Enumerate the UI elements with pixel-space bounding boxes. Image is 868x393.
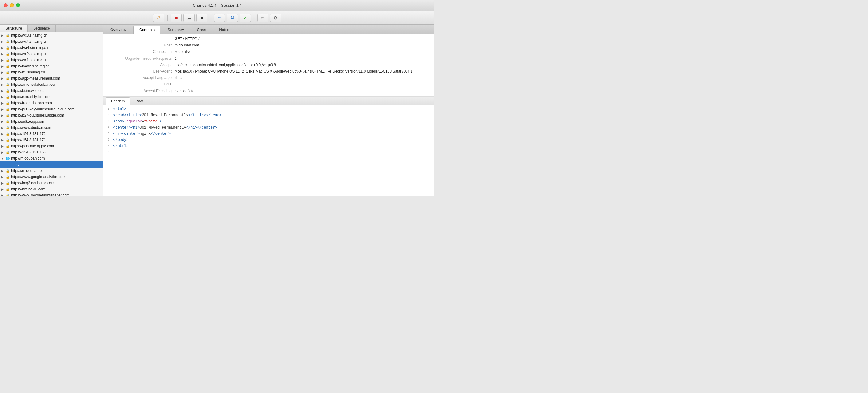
item-url: http://m.douban.com [11,156,44,160]
lock-icon: 🔒 [5,107,10,111]
header-value-upgrade: 1 [175,56,177,61]
list-item[interactable]: ▶ 🔒 https://www.google-analytics.com [0,174,103,180]
expand-icon: ▶ [1,181,5,185]
header-key-accept: Accept [107,62,175,68]
lock-icon: 🔒 [5,175,10,179]
list-item[interactable]: ▶ 🔒 https://frodo.douban.com [0,100,103,106]
list-item[interactable]: ▶ 🔒 https://154.8.131.171 [0,137,103,143]
list-item[interactable]: ▶ 🔒 https://www.googletagmanager.com [0,192,103,196]
item-url: https://tvax2.sinaimg.cn [11,64,50,68]
lock-icon: 🔒 [5,138,10,142]
item-url: https://pancake.apple.com [11,144,54,148]
lock-icon: 🔒 [5,39,10,44]
check-button[interactable]: ✓ [240,13,251,22]
list-item[interactable]: ▶ 🔒 https://e.crashlytics.com [0,94,103,100]
arrow-icon: ↪ [13,162,17,167]
line-number: 8 [103,149,113,155]
list-item[interactable]: ▶ 🔒 https://app-measurement.com [0,75,103,82]
item-url: / [19,162,19,167]
tools-button[interactable]: ✂ [257,13,268,22]
list-item[interactable]: ▶ 🔒 https://h5.sinaimg.cn [0,69,103,75]
list-item[interactable]: ▶ 🔒 https://wx3.sinaimg.cn [0,32,103,38]
content-tabs: Overview Contents Summary Chart Notes [103,25,434,34]
list-item[interactable]: ▶ 🔒 https://sdk.e.qq.com [0,118,103,125]
tab-structure[interactable]: Structure [0,25,28,32]
code-line: 7 </html> [103,143,434,149]
pen-button[interactable]: ✏ [214,13,225,22]
tab-summary[interactable]: Summary [162,26,190,33]
list-item[interactable]: ▶ 🔒 https://bi.im.weibo.cn [0,88,103,94]
header-key-acceptlang: Accept-Language [107,75,175,81]
list-item[interactable]: ▶ 🔒 https://154.8.131.165 [0,149,103,155]
list-item[interactable]: ▶ 🔒 https://tvax2.sinaimg.cn [0,63,103,69]
tab-notes[interactable]: Notes [213,26,235,33]
line-number: 3 [103,119,113,124]
item-url: https://app-measurement.com [11,76,60,81]
arrow-tool-button[interactable]: ↗ [153,13,164,22]
lock-icon: 🔒 [5,144,10,148]
line-number: 5 [103,131,113,137]
toolbar-separator-3 [254,15,254,21]
list-item[interactable]: ▶ 🔒 https://wx4.sinaimg.cn [0,38,103,44]
lock-icon: 🔒 [5,193,10,196]
tab-sequence[interactable]: Sequence [28,25,56,32]
item-url: https://154.8.131.165 [11,150,46,154]
list-item[interactable]: ▶ 🔒 https://wx2.sinaimg.cn [0,51,103,57]
content-panel: Overview Contents Summary Chart Notes GE… [103,25,434,196]
header-connection-row: Connection keep-alive [103,49,434,55]
expand-icon: ▶ [1,71,5,74]
code-area[interactable]: 1 <html> 2 <head><title>301 Moved Perman… [103,105,434,196]
main-layout: Structure Sequence ▶ 🔒 https://wx3.sinai… [0,25,434,196]
item-url: https://tva4.sinaimg.cn [11,46,48,50]
expand-icon: ▶ [1,126,5,129]
header-value-useragent: Mozilla/5.0 (iPhone; CPU iPhone OS 11_2_… [175,68,412,74]
maximize-button[interactable] [16,3,20,7]
close-button[interactable] [4,3,8,7]
list-item[interactable]: ▶ 🔒 https://img3.doubanio.com [0,180,103,186]
refresh-button[interactable]: ↻ [227,13,238,22]
list-item[interactable]: ▶ 🔒 https://hm.baidu.com [0,186,103,192]
list-item[interactable]: ▶ 🔒 https://pancake.apple.com [0,143,103,149]
list-item-selected[interactable]: ↪ / [0,161,103,168]
sub-tab-raw[interactable]: Raw [130,97,148,104]
header-encoding-row: Accept-Encoding gzip, deflate [103,88,434,94]
code-line: 6 </body> [103,137,434,143]
lock-icon: 🔒 [5,125,10,130]
settings-button[interactable]: ⚙ [270,13,281,22]
lock-icon: 🔒 [5,89,10,93]
list-item[interactable]: ▶ 🔒 https://p27-buy.itunes.apple.com [0,112,103,118]
lock-icon: 🔒 [5,169,10,173]
cloud-button[interactable]: ☁ [184,13,194,22]
record-button[interactable]: ⏺ [170,13,182,22]
lock-icon: 🔒 [5,181,10,185]
sub-tab-headers[interactable]: Headers [106,97,130,105]
list-item[interactable]: ▶ 🔒 https://www.douban.com [0,125,103,131]
expand-icon: ▶ [1,188,5,191]
item-url: https://www.google-analytics.com [11,175,65,179]
sidebar: Structure Sequence ▶ 🔒 https://wx3.sinai… [0,25,103,196]
list-item[interactable]: ▶ 🔒 https://p38-keyvalueservice.icloud.c… [0,106,103,112]
tab-overview[interactable]: Overview [104,26,132,33]
list-item[interactable]: ▶ 🔒 https://m.douban.com [0,168,103,174]
tab-chart[interactable]: Chart [191,26,212,33]
code-line: 2 <head><title>301 Moved Permanently</ti… [103,112,434,118]
minimize-button[interactable] [10,3,14,7]
code-line: 1 <html> [103,106,434,112]
expand-icon: ▶ [1,132,5,135]
list-item[interactable]: ▼ 🌐 http://m.douban.com [0,155,103,161]
list-item[interactable]: ▶ 🔒 https://wx1.sinaimg.cn [0,57,103,63]
expand-icon: ▶ [1,89,5,93]
list-item[interactable]: ▶ 🔒 https://tva4.sinaimg.cn [0,44,103,51]
code-line: 3 <body bgcolor="white"> [103,118,434,125]
header-value-host: m.douban.com [175,42,199,48]
expand-icon: ▶ [1,194,5,197]
sub-tabs: Headers Raw [103,96,434,105]
header-key-upgrade: Upgrade-Insecure-Requests [107,56,175,61]
list-item[interactable]: ▶ 🔒 https://154.8.131.172 [0,131,103,137]
list-item[interactable]: ▶ 🔒 https://amonsul.douban.com [0,82,103,88]
lock-icon: 🔒 [5,150,10,154]
expand-icon: ▶ [1,34,5,37]
stop-button[interactable]: ⏹ [196,13,208,22]
expand-icon: ▶ [1,77,5,80]
tab-contents[interactable]: Contents [133,26,160,34]
